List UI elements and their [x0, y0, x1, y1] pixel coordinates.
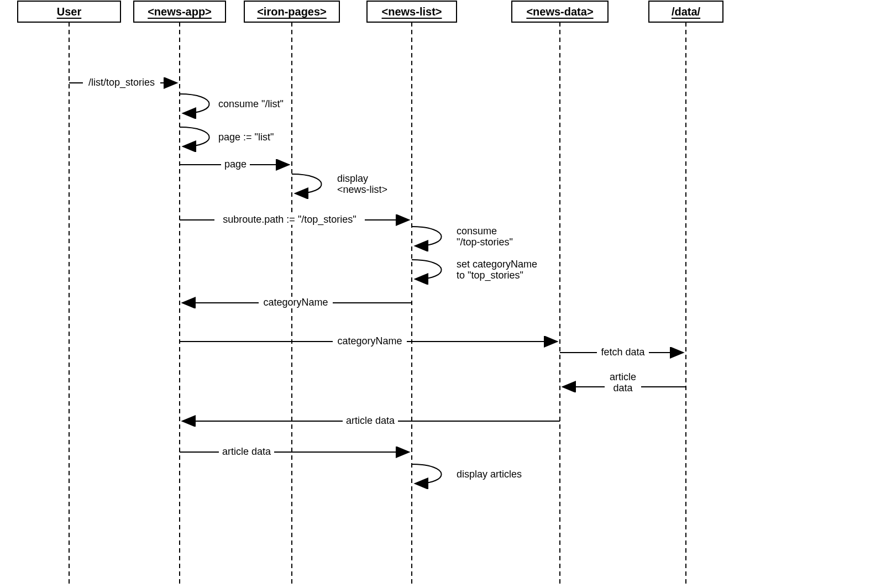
svg-text:set categoryName: set categoryName — [457, 259, 537, 270]
msg-page-assign: page := "list" — [180, 127, 274, 146]
svg-text:/list/top_stories: /list/top_stories — [88, 77, 155, 88]
participant-news-app: <news-app> — [134, 1, 226, 586]
msg-category-name-back: categoryName — [183, 297, 412, 308]
participant-data: /data/ — [649, 1, 723, 586]
svg-text:<news-data>: <news-data> — [526, 6, 593, 18]
svg-text:<news-list>: <news-list> — [382, 6, 442, 18]
msg-article-data-to-list: article data — [180, 446, 408, 457]
svg-text:page: page — [224, 159, 247, 170]
participant-user: User — [18, 1, 120, 586]
svg-text:consume "/list": consume "/list" — [218, 98, 284, 109]
svg-text:to "top_stories": to "top_stories" — [457, 270, 523, 281]
msg-set-category-name: set categoryName to "top_stories" — [412, 259, 537, 281]
msg-page: page — [180, 159, 288, 170]
svg-text:consume: consume — [457, 225, 497, 237]
participant-news-data: <news-data> — [512, 1, 608, 586]
msg-list-top-stories: /list/top_stories — [69, 76, 176, 88]
svg-text:User: User — [57, 6, 82, 18]
msg-consume-list: consume "/list" — [180, 94, 284, 113]
msg-fetch-data: fetch data — [560, 347, 682, 358]
svg-text:"/top-stories": "/top-stories" — [457, 237, 513, 248]
msg-article-data-to-app: article data — [183, 415, 560, 426]
svg-text:<news-list>: <news-list> — [337, 184, 387, 195]
msg-category-name-to-data: categoryName — [180, 335, 556, 347]
msg-display-news-list: display <news-list> — [292, 173, 387, 195]
svg-text:categoryName: categoryName — [263, 297, 328, 308]
participant-news-list: <news-list> — [367, 1, 457, 586]
svg-text:fetch data: fetch data — [601, 347, 645, 358]
svg-text:subroute.path := "/top_stories: subroute.path := "/top_stories" — [223, 214, 356, 225]
msg-consume-top-stories: consume "/top-stories" — [412, 225, 513, 248]
svg-text:<news-app>: <news-app> — [148, 6, 212, 18]
svg-text:display: display — [337, 173, 368, 184]
sequence-diagram: User <news-app> <iron-pages> <news-list>… — [0, 0, 752, 588]
svg-text:article data: article data — [222, 446, 271, 457]
msg-display-articles: display articles — [412, 464, 522, 484]
svg-text:article: article — [610, 371, 636, 382]
svg-text:<iron-pages>: <iron-pages> — [257, 6, 327, 18]
svg-text:categoryName: categoryName — [337, 335, 402, 347]
svg-text:/data/: /data/ — [672, 6, 701, 18]
msg-article-data-from-server: article data — [564, 371, 686, 393]
svg-text:display articles: display articles — [457, 469, 522, 480]
svg-text:page := "list": page := "list" — [218, 132, 274, 143]
svg-text:data: data — [613, 382, 633, 393]
svg-text:article data: article data — [346, 415, 395, 426]
msg-subroute-path: subroute.path := "/top_stories" — [180, 214, 408, 225]
participant-iron-pages: <iron-pages> — [244, 1, 339, 586]
